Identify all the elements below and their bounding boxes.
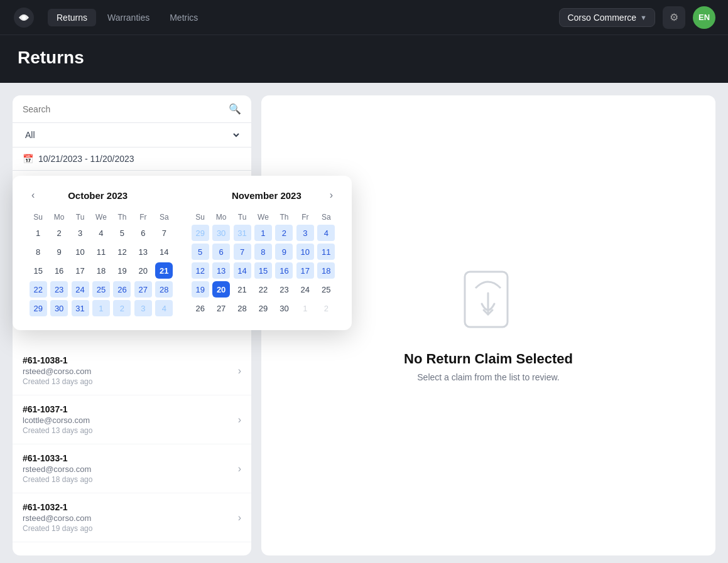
calendar-day[interactable]: 5 <box>112 223 133 242</box>
calendar-day[interactable]: 21 <box>232 280 253 299</box>
claim-id: #61-1032-1 <box>23 502 92 512</box>
calendar-day[interactable]: 1 <box>90 299 111 318</box>
calendar-day[interactable]: 22 <box>28 280 48 299</box>
calendar-day[interactable]: 22 <box>253 280 273 299</box>
calendar-day[interactable]: 25 <box>316 280 337 299</box>
calendar-day[interactable]: 4 <box>154 299 175 318</box>
calendar-day[interactable]: 20 <box>210 280 231 299</box>
calendar-day[interactable]: 6 <box>133 223 153 242</box>
calendar-day[interactable]: 5 <box>190 242 210 261</box>
calendar-day[interactable]: 1 <box>253 223 273 242</box>
claim-info: #61-1033-1 rsteed@corso.com Created 18 d… <box>23 453 92 484</box>
claim-item[interactable]: #61-1038-1 rsteed@corso.com Created 13 d… <box>13 346 251 395</box>
calendar-day[interactable]: 4 <box>316 223 337 242</box>
calendar-day[interactable]: 11 <box>316 242 337 261</box>
calendar-day[interactable]: 2 <box>48 223 69 242</box>
october-calendar: ‹ October 2023 SuMoTuWeThFrSa 1234567891… <box>28 188 175 318</box>
calendar-day[interactable]: 12 <box>190 261 210 280</box>
claim-info: #61-1038-1 rsteed@corso.com Created 13 d… <box>23 355 92 386</box>
calendar-day[interactable]: 20 <box>133 261 153 280</box>
calendar-day[interactable]: 24 <box>70 280 90 299</box>
calendar-day[interactable]: 7 <box>154 223 175 242</box>
calendar-day[interactable]: 6 <box>210 242 231 261</box>
prev-month-button[interactable]: ‹ <box>28 188 38 202</box>
calendar-day[interactable]: 3 <box>70 223 90 242</box>
calendar-day[interactable]: 16 <box>48 261 69 280</box>
nav-right: Corso Commerce ▼ ⚙ EN <box>559 6 715 29</box>
weekday-header: We <box>253 211 273 223</box>
calendar-day[interactable]: 8 <box>28 242 48 261</box>
calendar-day[interactable]: 14 <box>232 261 253 280</box>
claim-item[interactable]: #61-1033-1 rsteed@corso.com Created 18 d… <box>13 444 251 493</box>
calendar-day[interactable]: 30 <box>210 223 231 242</box>
calendar-day[interactable]: 17 <box>70 261 90 280</box>
calendar-day[interactable]: 1 <box>28 223 48 242</box>
calendar-day[interactable]: 7 <box>232 242 253 261</box>
logo[interactable] <box>13 6 35 29</box>
nav-item-metrics[interactable]: Metrics <box>161 9 207 26</box>
calendar-day[interactable]: 8 <box>253 242 273 261</box>
calendar-day[interactable]: 9 <box>274 242 295 261</box>
svg-rect-2 <box>465 272 508 327</box>
calendar-day[interactable]: 15 <box>28 261 48 280</box>
search-icon: 🔍 <box>229 103 241 115</box>
calendar-day[interactable]: 30 <box>274 299 295 318</box>
calendar-day[interactable]: 11 <box>90 242 111 261</box>
calendar-day[interactable]: 2 <box>112 299 133 318</box>
calendar-day[interactable]: 29 <box>28 299 48 318</box>
nav-item-returns[interactable]: Returns <box>48 9 96 26</box>
calendar-day[interactable]: 19 <box>112 261 133 280</box>
calendar-day[interactable]: 10 <box>295 242 315 261</box>
claim-item[interactable]: #61-1032-1 rsteed@corso.com Created 19 d… <box>13 493 251 542</box>
calendar-day[interactable]: 14 <box>154 242 175 261</box>
calendar-day[interactable]: 16 <box>274 261 295 280</box>
calendar-day[interactable]: 27 <box>133 280 153 299</box>
calendar-day[interactable]: 9 <box>48 242 69 261</box>
calendar-day[interactable]: 26 <box>112 280 133 299</box>
calendar-day[interactable]: 12 <box>112 242 133 261</box>
weekday-header: Mo <box>48 211 69 223</box>
calendar-day[interactable]: 2 <box>274 223 295 242</box>
claim-item[interactable]: #61-1037-1 lcottle@corso.com Created 13 … <box>13 395 251 444</box>
store-selector[interactable]: Corso Commerce ▼ <box>559 8 655 27</box>
settings-button[interactable]: ⚙ <box>663 6 685 29</box>
calendar-day[interactable]: 29 <box>253 299 273 318</box>
calendar-day[interactable]: 13 <box>210 261 231 280</box>
user-avatar[interactable]: EN <box>693 6 715 29</box>
calendar-day[interactable]: 28 <box>154 280 175 299</box>
calendar-day[interactable]: 21 <box>154 261 175 280</box>
calendar-day[interactable]: 1 <box>295 299 315 318</box>
empty-state-icon <box>460 269 516 338</box>
calendar-day[interactable]: 17 <box>295 261 315 280</box>
weekday-header: Mo <box>210 211 231 223</box>
calendar-day[interactable]: 18 <box>90 261 111 280</box>
nav-item-warranties[interactable]: Warranties <box>99 9 158 26</box>
calendar-day[interactable]: 31 <box>70 299 90 318</box>
date-range-row[interactable]: 📅 10/21/2023 - 11/20/2023 <box>13 147 251 171</box>
next-month-button[interactable]: › <box>326 188 337 202</box>
calendar-day[interactable]: 27 <box>210 299 231 318</box>
calendar-day[interactable]: 10 <box>70 242 90 261</box>
calendar-day[interactable]: 29 <box>190 223 210 242</box>
calendar-day[interactable]: 2 <box>316 299 337 318</box>
calendar-day[interactable]: 15 <box>253 261 273 280</box>
calendar-day[interactable]: 3 <box>133 299 153 318</box>
calendar-day[interactable]: 25 <box>90 280 111 299</box>
calendar-day[interactable]: 18 <box>316 261 337 280</box>
calendar-day[interactable]: 31 <box>232 223 253 242</box>
calendar-day[interactable]: 28 <box>232 299 253 318</box>
calendar-day[interactable]: 26 <box>190 299 210 318</box>
calendar-day[interactable]: 24 <box>295 280 315 299</box>
calendar-day[interactable]: 23 <box>274 280 295 299</box>
search-input[interactable] <box>23 104 224 114</box>
calendar-day[interactable]: 4 <box>90 223 111 242</box>
calendar-day[interactable]: 3 <box>295 223 315 242</box>
filter-select[interactable]: All Pending Approved Denied Closed <box>23 129 241 141</box>
calendar-day[interactable]: 13 <box>133 242 153 261</box>
calendar-day[interactable]: 23 <box>48 280 69 299</box>
calendar-day[interactable]: 30 <box>48 299 69 318</box>
calendar-day[interactable]: 19 <box>190 280 210 299</box>
weekday-header: Fr <box>295 211 315 223</box>
october-title: October 2023 <box>68 190 128 201</box>
chevron-right-icon: › <box>238 414 241 426</box>
